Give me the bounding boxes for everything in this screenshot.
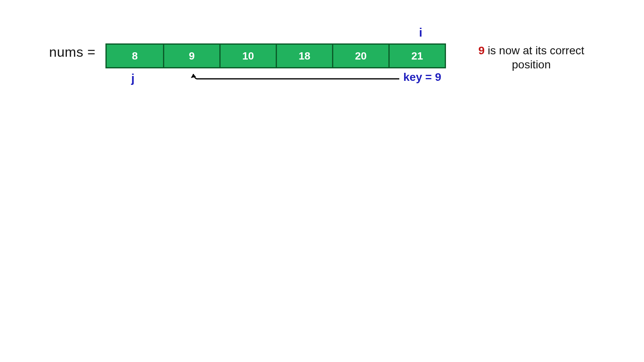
array-cell-3: 18 xyxy=(276,45,332,67)
caption: 9 is now at its correct position xyxy=(467,43,596,72)
array-cell-2: 10 xyxy=(219,45,276,67)
caption-highlight: 9 xyxy=(479,44,485,57)
array-cell-0: 8 xyxy=(107,45,163,67)
array-cell-4: 20 xyxy=(332,45,388,67)
key-arrow xyxy=(189,72,402,84)
array-cell-5: 21 xyxy=(388,45,445,67)
diagram-stage: nums = 8 9 10 18 20 21 i j key = 9 9 is … xyxy=(0,0,644,362)
array-row: 8 9 10 18 20 21 xyxy=(105,43,446,68)
caption-rest: is now at its correct position xyxy=(485,44,584,71)
array-label: nums = xyxy=(49,44,95,60)
pointer-j: j xyxy=(131,72,134,85)
key-label: key = 9 xyxy=(403,71,441,84)
array-cell-1: 9 xyxy=(163,45,219,67)
pointer-i: i xyxy=(419,26,422,39)
